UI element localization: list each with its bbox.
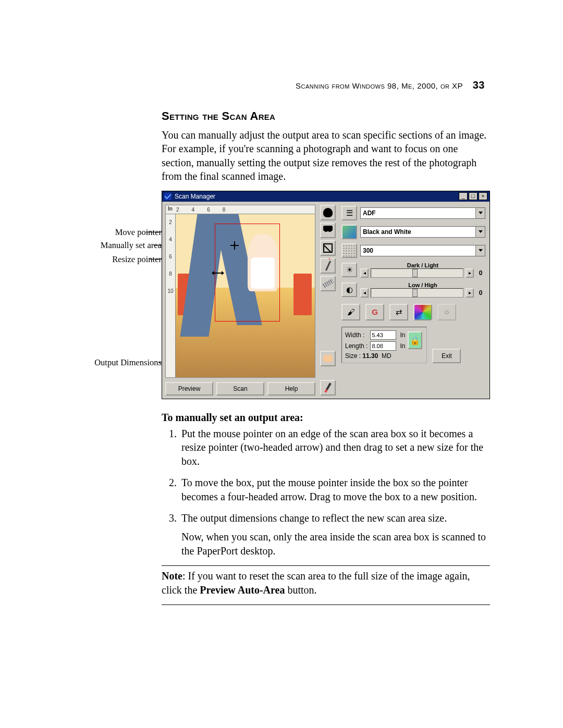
callout-resize-pointer: Resize pointer — [112, 254, 162, 265]
source-dropdown[interactable]: ADF — [360, 207, 485, 219]
running-header: Scanning from Windows 98, Me, 2000, or X… — [235, 79, 485, 91]
preview-pane: In 2 4 6 8 2 4 6 8 10 — [162, 202, 319, 399]
tool-crop[interactable] — [320, 240, 336, 256]
ruler-unit: In — [168, 206, 173, 212]
tool-faces[interactable] — [320, 351, 336, 366]
settings-pane: ☰ ADF Black and White — [337, 202, 489, 399]
mode-value: Black and White — [363, 228, 411, 236]
slider-inc[interactable]: ▸ — [466, 288, 474, 298]
tool-portrait[interactable] — [320, 205, 336, 220]
page-number: 33 — [473, 79, 485, 91]
callout-manual-area: Manually set area — [101, 240, 162, 251]
step-3: The output dimensions change to reflect … — [179, 511, 490, 558]
preview-image[interactable] — [176, 214, 315, 378]
width-unit: In — [400, 331, 405, 339]
tool-people[interactable] — [320, 223, 336, 238]
move-cursor-icon — [230, 241, 239, 250]
scan-button[interactable]: Scan — [216, 382, 264, 396]
output-dimensions: Width : In 🔒 Length : In Size : 11.30 — [341, 327, 427, 363]
contrast-icon: ◐ — [341, 282, 357, 297]
step-1: Put the mouse pointer on an edge of the … — [179, 427, 490, 468]
resize-cursor-icon — [214, 273, 222, 274]
note-rule-bottom — [162, 604, 490, 605]
tool-column — [319, 202, 337, 399]
source-icon: ☰ — [341, 206, 357, 220]
dpi-dropdown[interactable]: 300 — [360, 245, 485, 256]
scan-manager-window: Scan Manager _ □ × In 2 4 6 8 — [162, 191, 490, 399]
lowhigh-label: Low / High — [360, 282, 485, 288]
chevron-down-icon[interactable] — [475, 208, 485, 218]
slider-dec[interactable]: ◂ — [360, 288, 369, 298]
length-unit: In — [400, 342, 405, 350]
help-button[interactable]: Help — [267, 382, 315, 396]
tool-pen[interactable] — [320, 380, 336, 396]
note-button-name: Preview Auto-Area — [200, 584, 285, 596]
note-label: Note — [162, 570, 182, 582]
tool-palette[interactable]: 🖌 — [341, 304, 360, 320]
source-value: ADF — [363, 209, 376, 217]
tool-colorwheel[interactable] — [413, 304, 432, 320]
section-title: Setting the Scan Area — [162, 109, 490, 123]
instruction-list: Put the mouse pointer on an edge of the … — [162, 427, 490, 558]
darklight-slider[interactable] — [371, 268, 463, 278]
size-row: Size : 11.30 MD — [345, 352, 405, 360]
mode-dropdown[interactable]: Black and White — [360, 226, 485, 238]
intro-paragraph: You can manually adjust the output area … — [162, 128, 490, 183]
tool-disabled: ○ — [437, 304, 456, 320]
instructions-heading: To manually set an output area: — [162, 412, 490, 424]
maximize-button[interactable]: □ — [469, 192, 478, 200]
callout-output-dims: Output Dimensions — [94, 357, 162, 368]
brightness-icon: ☀ — [341, 263, 357, 277]
callout-move-pointer: Move pointer — [115, 227, 162, 238]
lock-aspect-button[interactable]: 🔒 — [408, 331, 422, 349]
length-label: Length : — [345, 342, 368, 350]
step-3-followup: Now, when you scan, only the area inside… — [181, 530, 490, 558]
mode-icon — [341, 225, 357, 239]
close-button[interactable]: × — [479, 192, 487, 200]
minimize-button[interactable]: _ — [459, 192, 468, 200]
width-field[interactable] — [370, 330, 396, 340]
width-label: Width : — [345, 331, 368, 339]
step-2: To move the box, put the mouse pointer i… — [179, 476, 490, 504]
scan-area-selection[interactable] — [215, 224, 280, 322]
note-block: Note: If you want to reset the scan area… — [162, 569, 490, 597]
image-tools-row: 🖌 G ⇄ ○ — [341, 302, 485, 323]
app-icon — [164, 193, 172, 200]
darklight-value: 0 — [476, 269, 485, 277]
chevron-down-icon[interactable] — [475, 227, 485, 237]
chapter-name: Scanning from Windows 98, Me, 2000, or X… — [296, 81, 463, 90]
dpi-icon — [341, 243, 357, 258]
ruler-horizontal: In 2 4 6 8 — [165, 205, 315, 214]
preview-button[interactable]: Preview — [165, 382, 213, 396]
tool-gamma[interactable]: G — [365, 304, 384, 320]
slider-inc[interactable]: ▸ — [466, 268, 474, 278]
chevron-down-icon[interactable] — [475, 245, 485, 256]
tool-ruler[interactable] — [320, 276, 336, 291]
lowhigh-slider[interactable] — [371, 288, 463, 298]
tool-auto-area[interactable] — [320, 258, 336, 274]
window-title: Scan Manager — [175, 193, 215, 200]
darklight-label: Dark / Light — [360, 262, 485, 268]
lowhigh-value: 0 — [476, 289, 485, 297]
slider-dec[interactable]: ◂ — [360, 268, 369, 278]
tool-levels[interactable]: ⇄ — [389, 304, 408, 320]
scan-manager-figure: Move pointer Manually set area Resize po… — [162, 191, 490, 399]
exit-button[interactable]: Exit — [432, 349, 461, 363]
length-field[interactable] — [370, 341, 396, 351]
titlebar[interactable]: Scan Manager _ □ × — [162, 191, 489, 202]
dpi-value: 300 — [363, 247, 373, 254]
note-rule-top — [162, 565, 490, 566]
ruler-vertical: 2 4 6 8 10 — [165, 214, 176, 378]
